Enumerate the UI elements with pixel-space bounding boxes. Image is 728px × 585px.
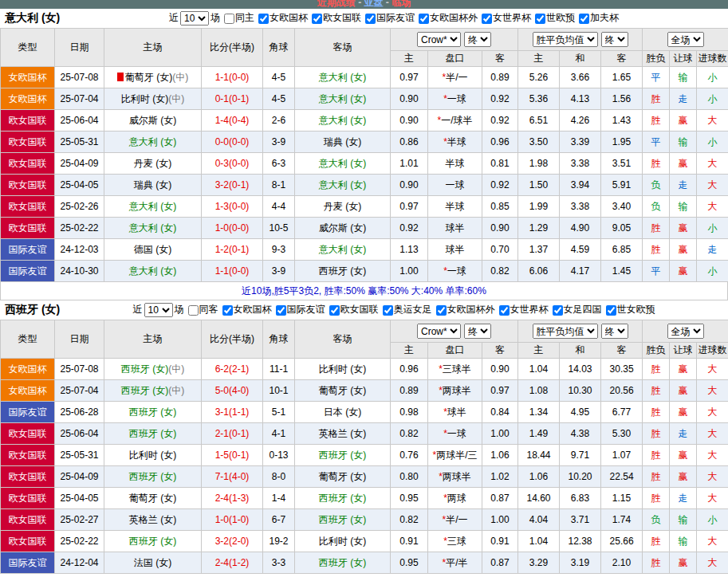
cell-odds-home: 0.97	[391, 196, 428, 218]
team-name[interactable]: 英格兰 (女)	[319, 428, 366, 439]
team-name[interactable]: 西班牙 (女)	[121, 363, 168, 375]
same-venue-checkbox[interactable]	[188, 305, 199, 316]
team-name[interactable]: 意大利 (女)	[319, 93, 366, 104]
competition-checkbox[interactable]	[276, 305, 286, 316]
competition-label: 国际友谊	[287, 304, 325, 315]
odds-source-select[interactable]: Crow*	[417, 32, 461, 47]
team-name[interactable]: 西班牙 (女)	[121, 385, 168, 396]
team-name[interactable]: 意大利 (女)	[319, 72, 366, 83]
avg-type-select[interactable]: 胜平负均值	[533, 324, 598, 339]
team-name[interactable]: 法国 (女)	[134, 557, 171, 568]
scope-select[interactable]: 全场	[667, 324, 704, 339]
team-name[interactable]: 比利时 (女)	[129, 450, 176, 461]
team-name[interactable]: 意大利 (女)	[319, 179, 366, 190]
odds-time-select[interactable]: 终	[464, 32, 491, 47]
same-venue-checkbox[interactable]	[224, 14, 234, 24]
team-name[interactable]: 西班牙 (女)	[129, 406, 176, 418]
team-name[interactable]: 比利时 (女)	[319, 536, 366, 547]
competition-label: 女欧国杯外	[430, 12, 478, 23]
cell-avg-draw: 4.13	[560, 88, 601, 110]
team-name[interactable]: 意大利 (女)	[129, 136, 176, 147]
team-name[interactable]: 意大利 (女)	[129, 265, 176, 277]
table-row: 欧女国联25-02-22意大利 (女)1-0(0-0)10-5威尔斯 (女)0.…	[1, 218, 728, 239]
competition-checkbox[interactable]	[329, 305, 340, 316]
team-name[interactable]: 西班牙 (女)	[319, 450, 366, 461]
competition-checkbox[interactable]	[499, 305, 510, 316]
cell-odds-home: 0.76	[391, 445, 428, 466]
competition-checkbox[interactable]	[258, 14, 269, 24]
team-name[interactable]: 意大利 (女)	[319, 158, 366, 169]
cell-result-wdl: 平	[643, 67, 670, 88]
cell-avg-home: 1.37	[518, 239, 560, 261]
cell-result-goals: 大	[697, 466, 728, 488]
team-name[interactable]: 葡萄牙 (女)	[319, 385, 366, 396]
team-name[interactable]: 西班牙 (女)	[129, 536, 176, 547]
team-name[interactable]: 比利时 (女)	[319, 363, 366, 375]
header-row-controls: 类型日期主场比分(半场)角球客场Crow*终胜平负均值终全场	[1, 29, 728, 51]
team-name[interactable]: 瑞典 (女)	[324, 136, 361, 147]
team-name[interactable]: 英格兰 (女)	[129, 514, 176, 525]
avg-time-select[interactable]: 终	[601, 32, 628, 47]
competition-checkbox[interactable]	[365, 14, 376, 24]
cell-date: 25-07-04	[55, 380, 104, 402]
cell-avg-away: 1.95	[601, 132, 643, 153]
col-header-result-handicap: 让球	[670, 343, 697, 359]
col-header-away: 客场	[295, 29, 391, 67]
competition-checkbox[interactable]	[312, 14, 322, 24]
team-name[interactable]: 意大利 (女)	[129, 201, 176, 212]
cell-avg-home: 6.06	[518, 261, 560, 282]
odds-time-select[interactable]: 终	[464, 324, 491, 339]
team-name[interactable]: 比利时 (女)	[121, 93, 168, 104]
competition-checkbox[interactable]	[419, 14, 429, 24]
team-name[interactable]: 丹麦 (女)	[134, 158, 171, 169]
team-name[interactable]: 西班牙 (女)	[129, 471, 176, 482]
team-name[interactable]: 葡萄牙 (女)	[129, 493, 176, 504]
cell-home-team: 瑞典 (女)	[104, 175, 202, 196]
competition-checkbox[interactable]	[482, 14, 492, 24]
team-name[interactable]: 西班牙 (女)	[319, 557, 366, 568]
team-name[interactable]: 西班牙 (女)	[319, 493, 366, 504]
cell-handicap: 球半	[428, 239, 482, 261]
competition-checkbox[interactable]	[222, 305, 233, 316]
odds-source-select[interactable]: Crow*	[417, 324, 461, 339]
col-header-score: 比分(半场)	[202, 29, 263, 67]
competition-checkbox[interactable]	[553, 305, 563, 316]
team-name[interactable]: 威尔斯 (女)	[129, 115, 176, 126]
handicap-text: 半球	[447, 136, 466, 147]
cell-result-goals: 大	[697, 359, 728, 380]
team-name[interactable]: 意大利 (女)	[319, 244, 366, 255]
competition-checkbox[interactable]	[383, 305, 393, 316]
team-name[interactable]: 西班牙 (女)	[129, 428, 176, 439]
team-name[interactable]: 葡萄牙 (女)	[319, 471, 366, 482]
team-name[interactable]: 日本 (女)	[324, 406, 361, 418]
avg-type-select[interactable]: 胜平负均值	[533, 32, 598, 47]
team-name[interactable]: 西班牙 (女)	[319, 514, 366, 525]
handicap-text: 半/一	[446, 514, 467, 525]
table-row: 欧女国联25-05-31意大利 (女)0-0(0-0)3-9瑞典 (女)0.86…	[1, 132, 728, 153]
match-count-select[interactable]: 10	[180, 11, 209, 26]
cell-result-goals: 走	[697, 239, 728, 261]
avg-time-select[interactable]: 终	[601, 324, 628, 339]
team-name[interactable]: 意大利 (女)	[129, 222, 176, 234]
competition-checkbox[interactable]	[579, 14, 589, 24]
team-name[interactable]: 威尔斯 (女)	[319, 222, 366, 234]
competition-label: 世女欧预	[617, 304, 655, 315]
competition-checkbox[interactable]	[535, 14, 545, 24]
team-name[interactable]: 葡萄牙 (女)	[125, 72, 172, 83]
cell-type: 欧女国联	[1, 153, 55, 175]
team-name[interactable]: 瑞典 (女)	[134, 179, 171, 190]
competition-checkbox[interactable]	[606, 305, 616, 316]
cell-result-handicap: 赢	[670, 153, 697, 175]
team-name[interactable]: 西班牙 (女)	[319, 265, 366, 277]
scope-select[interactable]: 全场	[667, 32, 704, 47]
competition-checkbox[interactable]	[436, 305, 447, 316]
cell-date: 25-04-05	[55, 175, 104, 196]
match-count-select[interactable]: 10	[144, 303, 173, 317]
team-name[interactable]: 意大利 (女)	[319, 115, 366, 126]
team-name[interactable]: 德国 (女)	[134, 244, 171, 255]
cell-type: 女欧国杯	[1, 67, 55, 88]
team-name[interactable]: 丹麦 (女)	[324, 201, 361, 212]
handicap-text: 三球半	[443, 363, 471, 375]
matches-label: 场	[175, 304, 184, 315]
cell-odds-away: 0.96	[482, 132, 518, 153]
